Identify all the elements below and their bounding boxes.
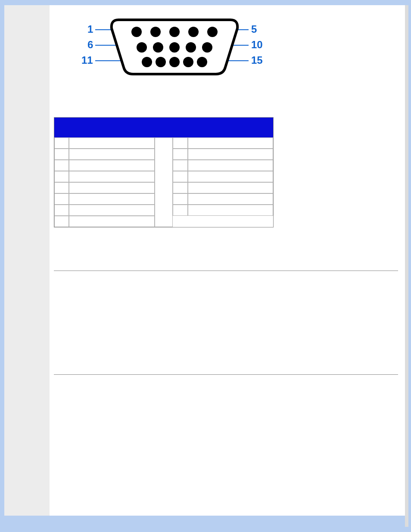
section-divider: [54, 271, 398, 271]
cell-sig2: [188, 171, 273, 182]
table-header-row: [54, 118, 273, 137]
cell-pin: [54, 171, 69, 182]
table-separator: [155, 137, 173, 227]
document-sheet: 1 6 11 5 10 15: [4, 5, 407, 516]
header-pin2: [173, 118, 187, 137]
pin-label-6: 6: [87, 39, 93, 51]
svg-point-7: [169, 42, 180, 53]
svg-point-3: [188, 27, 199, 37]
svg-point-6: [153, 42, 163, 53]
cell-sig: [69, 160, 154, 171]
cell-pin: [54, 205, 69, 216]
scrollbar-track[interactable]: [405, 5, 408, 527]
cell-pin2: [173, 149, 187, 160]
cell-sig: [69, 171, 154, 182]
cell-sig2: [188, 182, 273, 193]
header-signal: [69, 118, 154, 137]
svg-point-1: [150, 27, 161, 37]
cell-sig: [69, 149, 154, 160]
cell-pin2: [173, 193, 187, 205]
svg-point-10: [142, 57, 152, 67]
header-signal2: [188, 118, 273, 137]
pin-label-10: 10: [251, 39, 263, 51]
cell-sig: [69, 193, 154, 205]
cell-pin: [54, 216, 69, 227]
cell-pin2: [173, 205, 187, 216]
svg-point-2: [169, 27, 180, 37]
svg-point-12: [169, 57, 180, 67]
cell-pin: [54, 160, 69, 171]
svg-point-8: [186, 42, 196, 53]
svg-point-5: [137, 42, 147, 53]
cell-pin: [54, 137, 69, 149]
cell-pin2: [173, 182, 187, 193]
cell-sig2: [188, 137, 273, 149]
cell-empty: [173, 216, 273, 227]
cell-sig2: [188, 205, 273, 216]
svg-point-4: [207, 27, 218, 37]
header-pin: [54, 118, 69, 137]
cell-pin2: [173, 160, 187, 171]
pin-label-5: 5: [251, 23, 257, 35]
left-margin: [4, 5, 50, 516]
table-row: [54, 137, 273, 149]
pin-signal-table: [54, 117, 274, 227]
pin-label-1: 1: [87, 23, 93, 35]
content-area: 1 6 11 5 10 15: [50, 5, 407, 516]
cell-sig2: [188, 193, 273, 205]
db15-connector-icon: [110, 16, 239, 77]
cell-pin: [54, 149, 69, 160]
svg-point-9: [202, 42, 212, 53]
cell-sig: [69, 137, 154, 149]
page-outer: 1 6 11 5 10 15: [0, 0, 411, 532]
section-divider: [54, 374, 398, 375]
svg-point-0: [131, 27, 142, 37]
cell-sig: [69, 182, 154, 193]
cell-pin: [54, 182, 69, 193]
pin-label-11: 11: [81, 54, 93, 66]
cell-sig: [69, 216, 154, 227]
svg-point-14: [197, 57, 207, 67]
header-sep: [155, 118, 173, 137]
cell-pin2: [173, 137, 187, 149]
cell-sig2: [188, 149, 273, 160]
cell-pin: [54, 193, 69, 205]
svg-point-11: [156, 57, 166, 67]
pin-label-15: 15: [251, 54, 263, 66]
svg-point-13: [183, 57, 193, 67]
cell-sig2: [188, 160, 273, 171]
connector-diagram: 1 6 11 5 10 15: [62, 9, 295, 83]
cell-pin2: [173, 171, 187, 182]
connector-body: [110, 16, 239, 77]
cell-sig: [69, 205, 154, 216]
